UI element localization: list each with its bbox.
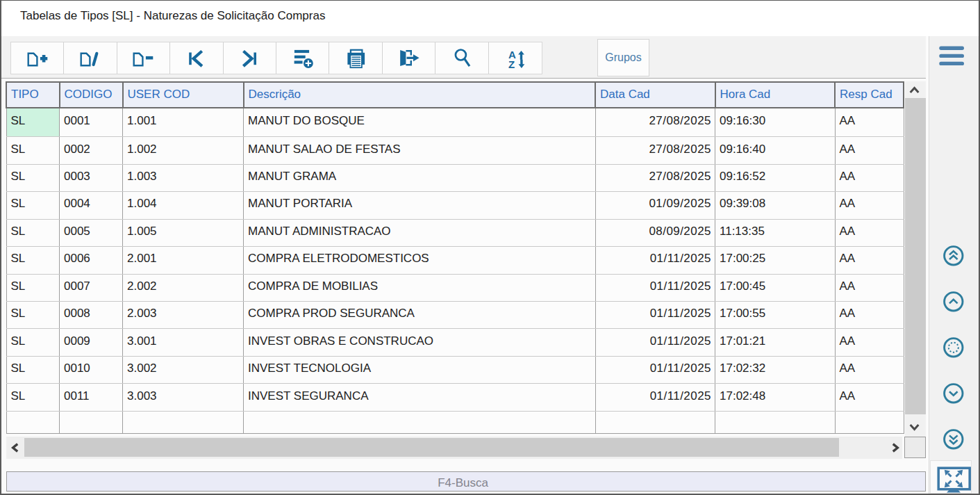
svg-text:Z: Z	[508, 58, 515, 70]
